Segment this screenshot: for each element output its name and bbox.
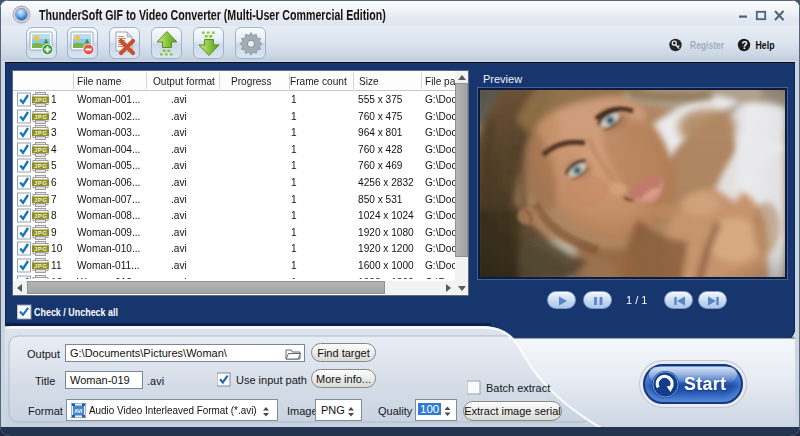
svg-text:Register: Register [690,39,725,51]
svg-text:JPG: JPG [34,130,47,136]
svg-text:Help: Help [756,39,775,51]
svg-text:JPG: JPG [34,213,47,219]
svg-text:JPG: JPG [34,263,47,269]
svg-text:JPG: JPG [34,147,47,153]
svg-text:JPG: JPG [34,114,47,120]
svg-text:JPG: JPG [34,230,47,236]
svg-text:AVI: AVI [74,408,83,414]
svg-text:JPG: JPG [34,246,47,252]
svg-text:?: ? [742,40,748,51]
svg-text:Use input path: Use input path [236,374,307,386]
svg-text:JPG: JPG [34,97,47,103]
svg-text:Check / Uncheck all: Check / Uncheck all [34,306,118,318]
svg-text:Batch extract: Batch extract [486,382,550,394]
svg-text:JPG: JPG [34,180,47,186]
svg-text:JPG: JPG [34,163,47,169]
svg-text:JPG: JPG [34,197,47,203]
